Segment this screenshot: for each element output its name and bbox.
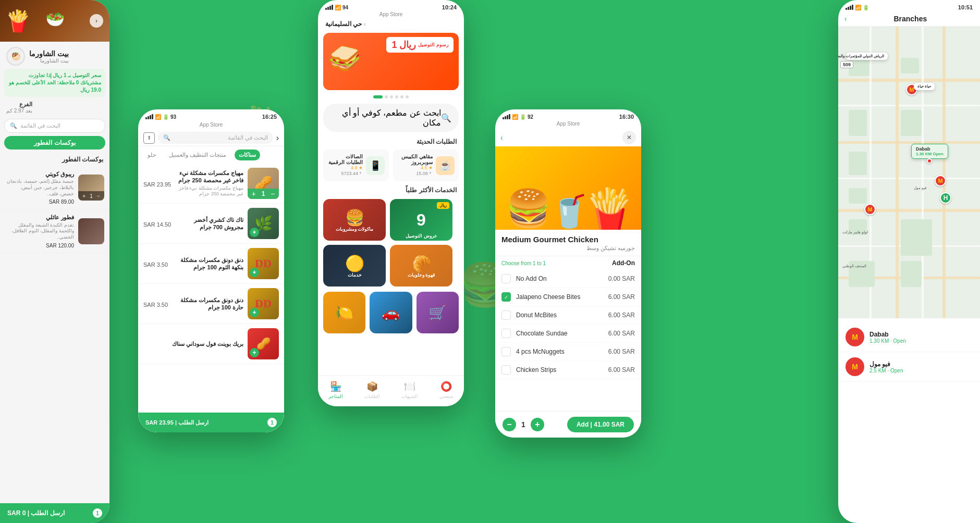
addon-item-0: No Add On 0.00 SAR: [495, 270, 641, 288]
banner-text: رسوم التوصيل: [418, 42, 448, 47]
map-pin-dabab[interactable]: Dabab 1.30 KM Open: [911, 144, 948, 164]
addon-choose: Choose from 1 to 1: [501, 260, 546, 266]
add-btn-4[interactable]: +: [250, 308, 259, 317]
add-btn-3[interactable]: +: [250, 268, 259, 277]
addon-item-4: 4 pcs McNuggets 6.00 SAR: [495, 343, 641, 361]
recent-info-2: الصالاتالطلبات الرقمية ★ 4.8 ＊5723.44: [328, 154, 363, 177]
add-to-cart-btn[interactable]: Add | 41.00 SAR: [567, 417, 634, 432]
profile-icon: ⭕: [440, 381, 452, 392]
branch-info: الفرع بعد 2.97 كم: [0, 97, 109, 116]
snack-price-2: 14.50 SAR: [143, 221, 171, 228]
arrow-icon: ›: [276, 133, 279, 143]
addon-checkbox-4[interactable]: [501, 347, 511, 356]
ordered-card-coffee[interactable]: 🥐 قهوة وحلويات: [390, 245, 452, 287]
more-cards: 🍋 🚗 🛒: [318, 290, 464, 337]
add-btn-2[interactable]: +: [250, 228, 259, 237]
branch-icon-dabab: M: [846, 328, 864, 346]
search-bar[interactable]: البحث في القائمة 🔍: [4, 119, 105, 133]
addon-checkbox-3[interactable]: [501, 329, 511, 338]
branch-label: الفرع: [6, 101, 32, 108]
location-bar[interactable]: › حي السليمانية: [318, 18, 464, 30]
tab-cleaning[interactable]: منتجات التنظيف والغسيل: [165, 150, 230, 160]
category-button[interactable]: بوكسات الفطور: [4, 136, 105, 150]
burger-icon: 🍔: [506, 187, 551, 230]
search-bar-3[interactable]: 🔍 ابحث عن مطعم، كوفي أو أي مكان: [323, 104, 459, 132]
recent-price-2: ＊5723.44: [328, 170, 363, 177]
road-badge-509: 509: [840, 61, 853, 68]
menu-item-1: − 1 + ريبوق كويتي جبسة مقلل (لحم، حمصة، …: [0, 166, 109, 209]
counter-minus-btn-1[interactable]: −: [271, 190, 275, 198]
nav-orders[interactable]: 📦 الطلبات: [364, 381, 380, 399]
status-time-3: 10:24: [442, 4, 457, 10]
addon-item-5: Chicken Strips 6.00 SAR: [495, 361, 641, 379]
branch-item-fawmall[interactable]: M فيو مول 2.5 KM · Open: [838, 352, 980, 382]
tabs-2: سناكات منتجات التنظيف والغسيل حلو: [138, 146, 284, 164]
tab-snacks[interactable]: سناكات: [235, 150, 260, 160]
favorites-label: الشبهات: [401, 394, 418, 399]
share-icon[interactable]: ⬆: [143, 132, 155, 144]
location-arrow: ›: [364, 21, 365, 27]
status-time-2: 16:25: [262, 114, 277, 120]
add-btn-5[interactable]: +: [250, 348, 259, 357]
counter-number-1: 1: [262, 190, 265, 197]
nav-stores[interactable]: 🏪 المتاجر: [328, 381, 343, 399]
branch-item-dabab[interactable]: M Dabab 1.30 KM · Open: [838, 322, 980, 352]
qty-plus-btn[interactable]: +: [531, 418, 544, 431]
lulu-label: لولو هايبر ماركت: [842, 230, 868, 234]
search-icon-3: 🔍: [441, 113, 451, 123]
counter-plus-1[interactable]: +: [80, 192, 88, 200]
addon-checkbox-5[interactable]: [501, 365, 511, 375]
addon-price-4: 6.00 SAR: [608, 348, 635, 355]
addon-price-1: 6.00 SAR: [608, 293, 635, 301]
status-time-5: 10:51: [958, 4, 973, 10]
qty-minus-btn[interactable]: −: [503, 418, 516, 431]
tab-sweet[interactable]: حلو: [143, 150, 161, 160]
search-placeholder-2: البحث في القائمة: [228, 134, 268, 141]
nav-favorites[interactable]: 🍽️ الشبهات: [401, 381, 418, 399]
addon-price-5: 6.00 SAR: [608, 366, 635, 373]
addon-checkbox-1[interactable]: [501, 292, 511, 302]
recent-price-1: ＊15.06: [401, 170, 433, 177]
cart-bar[interactable]: 1 ارسل الطلب | 0 SAR: [0, 503, 109, 523]
back-btn-4[interactable]: ‹: [500, 133, 503, 142]
item-info-1: ريبوق كويتي جبسة مقلل (لحم، حمصة، باذنجا…: [5, 170, 74, 205]
addon-item-3: Chocolate Sundae 6.00 SAR: [495, 325, 641, 343]
snack-price-3: 3.50 SAR: [143, 262, 168, 268]
recent-card-1[interactable]: ☕ مقاهي الكبيسسوبربروز ★ 4.5 ＊15.06: [393, 150, 459, 181]
nav-profile[interactable]: ⭕ صفحي: [439, 381, 454, 399]
addon-checkbox-0[interactable]: [501, 274, 511, 283]
next-arrow[interactable]: ›: [90, 14, 103, 28]
item-name-1: ريبوق كويتي: [5, 170, 74, 178]
delivery-number: 9: [416, 210, 426, 230]
addon-checkbox-2[interactable]: [501, 310, 511, 320]
signal-icon-4: [503, 114, 510, 119]
museum-label: المتحف الوطني: [842, 264, 866, 268]
snack-info-3: دنق دونق مكسرات مشكلة بنكهة الثوم 100 جر…: [172, 256, 243, 271]
faw-mall-label: فيو مول: [914, 186, 926, 190]
snack-info-4: دنق دونق مكسرات مشكلة حارة 100 جرام: [172, 296, 243, 312]
snack-image-5: 🥜 +: [248, 328, 279, 359]
counter-minus-1[interactable]: −: [95, 192, 102, 200]
snack-price-4: 3.50 SAR: [143, 302, 168, 308]
branch-info-fawmall: فيو مول 2.5 KM · Open: [869, 360, 973, 373]
status-bar-5: 📶 🔋 10:51: [838, 0, 980, 11]
fries-icon: 🍟: [584, 186, 636, 230]
close-btn-4[interactable]: ✕: [622, 131, 636, 144]
branch-list: M Dabab 1.30 KM · Open M فيو مول 2.5 KM …: [838, 318, 980, 386]
snack-name-2: تاك تاك كشري أخضر مجروش 700 جرام: [175, 216, 243, 231]
brand-section: بيت الشاورما بيت الشاورما 🥙: [0, 42, 109, 69]
recent-card-2[interactable]: 📱 الصالاتالطلبات الرقمية ★ 4.8 ＊5723.44: [323, 150, 389, 181]
ordered-card-food[interactable]: 🍔 ماكولات ومشروبات: [323, 199, 386, 241]
snack-item-3: DD + دنق دونق مكسرات مشكلة بنكهة الثوم 1…: [138, 244, 284, 284]
wifi-icon-3: 📶: [335, 5, 341, 10]
map-view[interactable]: الرياض الدولي للمؤتمرات والمعارض M حياة …: [838, 27, 980, 318]
addon-name-4: 4 pcs McNuggets: [516, 348, 603, 355]
addon-name-5: Chicken Strips: [516, 366, 603, 373]
addon-header: Choose from 1 to 1 Add-On: [495, 256, 641, 270]
cart-bar-2[interactable]: 1 ارسل الطلب | 23.95 SAR: [138, 413, 284, 432]
search-bar-2[interactable]: البحث في القائمة 🔍: [158, 132, 273, 144]
ordered-card-services[interactable]: 🟡 خدمات: [323, 245, 386, 287]
counter-plus-btn-1[interactable]: +: [252, 190, 256, 198]
addon-price-3: 6.00 SAR: [608, 330, 635, 337]
ordered-card-delivery[interactable]: 9 عروض التوصيل ريال: [390, 199, 452, 241]
